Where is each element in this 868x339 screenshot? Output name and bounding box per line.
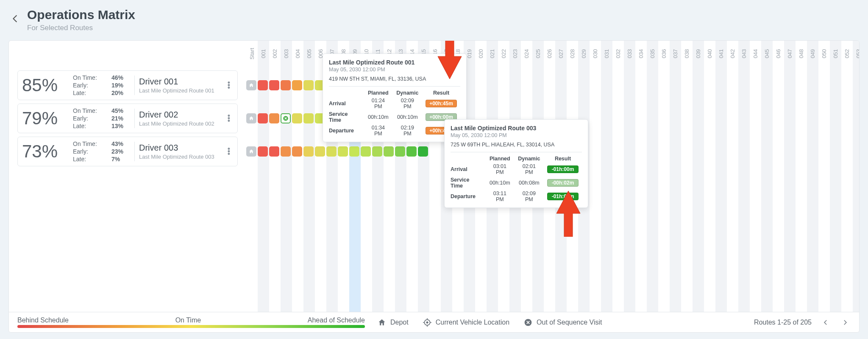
stop-marker[interactable]	[349, 146, 359, 157]
ruler-col: 037	[670, 41, 681, 66]
col-planned: Planned	[364, 89, 393, 97]
ruler-col: 045	[761, 41, 773, 66]
route-pct: 73%	[22, 141, 69, 162]
tip-result: -01h:00m	[544, 162, 582, 176]
stop-marker[interactable]	[292, 146, 302, 157]
stop-marker[interactable]	[258, 146, 268, 157]
depot-marker[interactable]	[246, 113, 256, 123]
stop-marker[interactable]	[406, 146, 417, 157]
ruler-col: 040	[704, 41, 715, 66]
stop-marker[interactable]	[303, 146, 314, 157]
legend-depot: Depot	[378, 318, 409, 327]
ruler-col: 044	[750, 41, 761, 66]
stop-marker[interactable]	[281, 146, 291, 157]
page-subtitle: For Selected Routes	[27, 24, 135, 32]
ruler-col: 029	[578, 41, 590, 66]
stop-marker[interactable]	[269, 113, 279, 123]
ruler-col: 002	[269, 41, 281, 66]
stop-marker[interactable]	[258, 113, 268, 123]
row-menu-button[interactable]: •••	[225, 148, 233, 155]
tip-dynamic: 02:19 PM	[393, 124, 422, 137]
route-stats: On Time:45%Early:21%Late:13%	[73, 107, 130, 130]
ruler-col: 046	[773, 41, 784, 66]
legend-out-of-sequence: Out of Sequence Visit	[524, 318, 602, 327]
stop-marker[interactable]	[303, 113, 314, 123]
ruler-col: 027	[555, 41, 567, 66]
close-circle-icon	[524, 318, 532, 327]
ruler-col: 028	[567, 41, 578, 66]
depot-marker[interactable]	[246, 146, 256, 157]
route-summary[interactable]: 79%On Time:45%Early:21%Late:13%Driver 00…	[17, 104, 238, 133]
page-title: Operations Matrix	[27, 8, 135, 22]
tip-dynamic: 00h:10m	[393, 110, 422, 124]
col-planned: Planned	[485, 155, 515, 162]
driver-name: Driver 001	[139, 77, 220, 87]
ruler-col: 043	[738, 41, 750, 66]
ruler-col: 035	[647, 41, 658, 66]
tip-row-label: Service Time	[329, 110, 364, 124]
route-summary[interactable]: 85%On Time:46%Early:19%Late:20%Driver 00…	[17, 70, 238, 100]
stop-marker[interactable]	[269, 80, 279, 90]
ruler-col: 003	[281, 41, 292, 66]
ruler-col: 050	[818, 41, 830, 66]
stop-marker[interactable]	[292, 113, 302, 123]
stop-marker[interactable]	[281, 80, 291, 90]
tip-planned: 01:34 PM	[364, 124, 393, 137]
row-menu-button[interactable]: •••	[225, 115, 233, 122]
scale-behind-label: Behind Schedule	[17, 317, 69, 324]
ruler-col: 024	[521, 41, 532, 66]
ruler-col: 033	[624, 41, 635, 66]
ruler-col: 042	[727, 41, 738, 66]
stop-marker[interactable]	[372, 146, 382, 157]
target-icon	[423, 318, 431, 327]
ruler-col: 038	[681, 41, 693, 66]
depot-marker[interactable]	[246, 80, 256, 90]
tip-planned: 00h:10m	[364, 110, 393, 124]
route-summary[interactable]: 73%On Time:43%Early:23%Late:7%Driver 003…	[17, 137, 238, 166]
back-button[interactable]	[9, 13, 21, 25]
route-name: Last Mile Optimized Route 002	[139, 120, 220, 127]
ruler-col: 001	[258, 41, 269, 66]
ruler-col: 025	[532, 41, 544, 66]
stop-marker[interactable]	[361, 146, 371, 157]
tip-planned: 03:01 PM	[485, 162, 515, 176]
footer-bar: Behind Schedule On Time Ahead of Schedul…	[9, 312, 859, 332]
ruler-col: 052	[841, 41, 853, 66]
legend-oos-label: Out of Sequence Visit	[537, 319, 602, 326]
home-icon	[378, 318, 386, 327]
ruler-col: 030	[590, 41, 601, 66]
out-of-sequence-marker[interactable]	[281, 113, 291, 123]
tip-dynamic: 02:09 PM	[515, 190, 544, 203]
stop-marker[interactable]	[384, 146, 394, 157]
stop-marker[interactable]	[269, 146, 279, 157]
row-menu-button[interactable]: •••	[225, 81, 233, 89]
scale-ontime-label: On Time	[175, 317, 201, 324]
pager-next-button[interactable]	[840, 317, 851, 328]
ruler-col: 004	[292, 41, 303, 66]
col-result: Result	[422, 89, 460, 97]
ruler-col: 005	[303, 41, 315, 66]
stop-marker[interactable]	[258, 80, 268, 90]
stop-marker[interactable]	[395, 146, 405, 157]
legend-current-location: Current Vehicle Location	[423, 318, 509, 327]
stop-marker[interactable]	[326, 146, 337, 157]
ruler-col: 047	[784, 41, 796, 66]
route-stats: On Time:43%Early:23%Late:7%	[73, 140, 130, 163]
stop-marker[interactable]	[303, 80, 314, 90]
ruler-col: 021	[487, 41, 498, 66]
svg-point-5	[426, 321, 428, 323]
tooltip-title: Last Mile Optimized Route 003	[451, 125, 582, 132]
driver-name: Driver 002	[139, 110, 220, 120]
tip-planned: 01:24 PM	[364, 97, 393, 110]
stop-marker[interactable]	[315, 146, 325, 157]
stop-marker[interactable]	[418, 146, 428, 157]
stop-marker[interactable]	[292, 80, 302, 90]
tip-row-label: Arrival	[329, 97, 364, 110]
tooltip-datetime: May 05, 2030 12:00 PM	[451, 132, 582, 138]
pager-prev-button[interactable]	[820, 317, 831, 328]
ruler-col: 023	[509, 41, 521, 66]
scale-ahead-label: Ahead of Schedule	[308, 317, 365, 324]
route-pct: 85%	[22, 75, 69, 95]
ruler-col: Start	[246, 41, 258, 66]
stop-marker[interactable]	[338, 146, 348, 157]
